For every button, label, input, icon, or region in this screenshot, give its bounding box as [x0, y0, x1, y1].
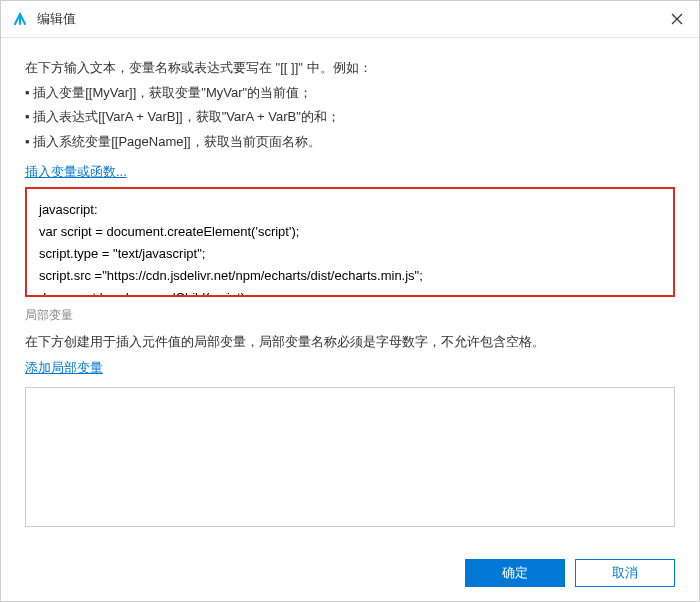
local-vars-desc: 在下方创建用于插入元件值的局部变量，局部变量名称必须是字母数字，不允许包含空格。: [25, 330, 675, 353]
close-icon[interactable]: [665, 7, 689, 31]
intro-bullet: ▪ 插入变量[[MyVar]]，获取变量"MyVar"的当前值；: [25, 81, 675, 106]
local-vars-area[interactable]: [25, 387, 675, 527]
ok-button[interactable]: 确定: [465, 559, 565, 587]
intro-bullet: ▪ 插入系统变量[[PageName]]，获取当前页面名称。: [25, 130, 675, 155]
add-local-var-link[interactable]: 添加局部变量: [25, 359, 675, 377]
app-logo-icon: [11, 10, 29, 28]
cancel-button[interactable]: 取消: [575, 559, 675, 587]
dialog-content: 在下方输入文本，变量名称或表达式要写在 "[[ ]]" 中。例如： ▪ 插入变量…: [1, 38, 699, 551]
dialog-footer: 确定 取消: [1, 551, 699, 601]
titlebar: 编辑值: [1, 1, 699, 38]
value-textarea[interactable]: [25, 187, 675, 297]
dialog-title: 编辑值: [37, 10, 665, 28]
intro-bullet: ▪ 插入表达式[[VarA + VarB]]，获取"VarA + VarB"的和…: [25, 105, 675, 130]
edit-value-dialog: 编辑值 在下方输入文本，变量名称或表达式要写在 "[[ ]]" 中。例如： ▪ …: [0, 0, 700, 602]
local-vars-label: 局部变量: [25, 307, 675, 324]
insert-variable-link[interactable]: 插入变量或函数...: [25, 163, 675, 181]
intro-line: 在下方输入文本，变量名称或表达式要写在 "[[ ]]" 中。例如：: [25, 56, 675, 81]
intro-text: 在下方输入文本，变量名称或表达式要写在 "[[ ]]" 中。例如： ▪ 插入变量…: [25, 56, 675, 155]
